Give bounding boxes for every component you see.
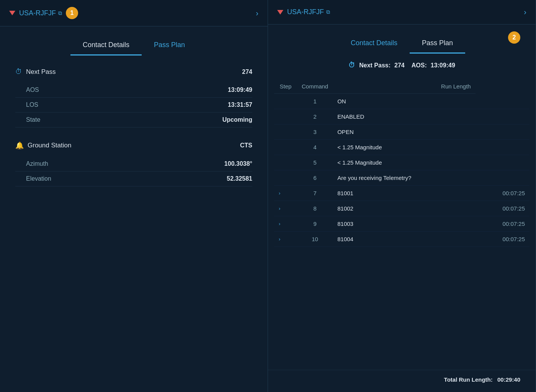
run-length — [476, 140, 529, 155]
los-label: LOS — [15, 101, 38, 108]
banner-aos-label: AOS: — [412, 62, 427, 69]
no-expand — [274, 155, 297, 170]
right-chevron-right[interactable]: › — [524, 8, 526, 16]
expand-icon[interactable]: › — [274, 216, 297, 232]
step-num: 6 — [297, 170, 333, 186]
total-run-value: 00:29:40 — [497, 376, 520, 383]
azimuth-label: Azimuth — [15, 160, 48, 167]
command: 81001 — [333, 186, 475, 201]
table-row: 2 ENABLED — [274, 109, 529, 124]
right-header-left: USA-RJFJF ⧉ — [277, 8, 330, 16]
command: ENABLED — [333, 109, 475, 124]
elevation-label: Elevation — [15, 175, 51, 182]
right-external-link-icon[interactable]: ⧉ — [326, 9, 330, 15]
run-length: 00:07:25 — [476, 216, 529, 232]
aos-row: AOS 13:09:49 — [15, 83, 252, 98]
right-badge: 2 — [508, 31, 520, 44]
table-row: 3 OPEN — [274, 124, 529, 140]
next-pass-section: ⏱ Next Pass 274 AOS 13:09:49 LOS 13:31:5… — [15, 68, 252, 127]
pass-panel-content: Step Command Run Length 1 ON 2 ENABLED 3… — [268, 80, 536, 370]
expand-icon[interactable]: › — [274, 201, 297, 216]
step-num: 2 — [297, 109, 333, 124]
right-tab-contact-details[interactable]: Contact Details — [338, 35, 410, 54]
step-num: 9 — [297, 216, 333, 232]
table-row: 1 ON — [274, 94, 529, 109]
banner-clock-icon: ⏱ — [348, 61, 355, 69]
right-satellite-name[interactable]: USA-RJFJF ⧉ — [287, 8, 330, 16]
state-row: State Upcoming — [15, 113, 252, 127]
pass-table: Step Command Run Length 1 ON 2 ENABLED 3… — [274, 80, 529, 247]
right-panel-header: USA-RJFJF ⧉ › — [268, 0, 536, 24]
command: ON — [333, 94, 475, 109]
pass-panel-footer: Total Run Length: 00:29:40 — [268, 370, 536, 392]
next-pass-header: ⏱ Next Pass 274 — [15, 68, 252, 76]
banner-next-pass-num: 274 — [394, 62, 405, 69]
next-pass-value: 274 — [242, 69, 252, 75]
step-num: 10 — [297, 232, 333, 247]
no-expand — [274, 94, 297, 109]
right-tab-pass-plan[interactable]: Pass Plan — [410, 35, 465, 54]
run-length — [476, 170, 529, 186]
command: 81004 — [333, 232, 475, 247]
left-tabs: Contact Details Pass Plan — [0, 26, 268, 56]
next-pass-label: Next Pass — [26, 68, 56, 76]
ground-station-section: 🔔 Ground Station CTS Azimuth 100.3038° E… — [15, 141, 252, 186]
azimuth-value: 100.3038° — [224, 160, 252, 167]
aos-label: AOS — [15, 87, 39, 93]
bell-icon: 🔔 — [15, 141, 24, 150]
command: < 1.25 Magnitude — [333, 155, 475, 170]
aos-value: 13:09:49 — [228, 87, 252, 93]
table-row[interactable]: › 7 81001 00:07:25 — [274, 186, 529, 201]
table-row[interactable]: › 9 81003 00:07:25 — [274, 216, 529, 232]
command: OPEN — [333, 124, 475, 140]
los-value: 13:31:57 — [228, 101, 252, 108]
left-satellite-name[interactable]: USA-RJFJF ⧉ — [19, 9, 62, 17]
run-length: 00:07:25 — [476, 232, 529, 247]
ground-station-value: CTS — [240, 142, 252, 149]
run-length — [476, 109, 529, 124]
table-row[interactable]: › 10 81004 00:07:25 — [274, 232, 529, 247]
ground-station-label: Ground Station — [28, 142, 71, 149]
command: 81003 — [333, 216, 475, 232]
left-tab-pass-plan[interactable]: Pass Plan — [142, 37, 197, 56]
step-num: 8 — [297, 201, 333, 216]
left-panel-content: ⏱ Next Pass 274 AOS 13:09:49 LOS 13:31:5… — [0, 56, 268, 392]
step-num: 7 — [297, 186, 333, 201]
state-value: Upcoming — [222, 116, 252, 123]
step-num: 1 — [297, 94, 333, 109]
step-num: 3 — [297, 124, 333, 140]
no-expand — [274, 109, 297, 124]
run-length: 00:07:25 — [476, 186, 529, 201]
command: Are you receiving Telemetry? — [333, 170, 475, 186]
expand-icon[interactable]: › — [274, 186, 297, 201]
ground-station-header: 🔔 Ground Station CTS — [15, 141, 252, 150]
triangle-icon — [9, 11, 15, 15]
left-tab-contact-details[interactable]: Contact Details — [70, 37, 142, 56]
run-length — [476, 94, 529, 109]
banner-next-pass-label: Next Pass: — [359, 62, 391, 69]
run-length — [476, 124, 529, 140]
step-num: 5 — [297, 155, 333, 170]
los-row: LOS 13:31:57 — [15, 98, 252, 113]
azimuth-row: Azimuth 100.3038° — [15, 157, 252, 172]
th-step: Step — [274, 80, 297, 94]
expand-icon[interactable]: › — [274, 232, 297, 247]
elevation-row: Elevation 52.32581 — [15, 172, 252, 186]
left-chevron-right[interactable]: › — [256, 9, 258, 18]
next-pass-banner: ⏱ Next Pass: 274 AOS: 13:09:49 — [268, 54, 536, 77]
right-panel: USA-RJFJF ⧉ › Contact Details Pass Plan … — [268, 0, 536, 392]
state-label: State — [15, 116, 40, 123]
banner-aos-value: 13:09:49 — [431, 62, 455, 69]
left-panel: USA-RJFJF ⧉ 1 › Contact Details Pass Pla… — [0, 0, 268, 392]
run-length — [476, 155, 529, 170]
table-row[interactable]: › 8 81002 00:07:25 — [274, 201, 529, 216]
external-link-icon[interactable]: ⧉ — [58, 10, 62, 16]
table-row: 6 Are you receiving Telemetry? — [274, 170, 529, 186]
right-triangle-icon — [277, 10, 283, 15]
no-expand — [274, 140, 297, 155]
left-badge: 1 — [66, 7, 78, 19]
clock-icon: ⏱ — [15, 68, 22, 76]
run-length: 00:07:25 — [476, 201, 529, 216]
left-panel-header: USA-RJFJF ⧉ 1 › — [0, 0, 268, 26]
table-row: 5 < 1.25 Magnitude — [274, 155, 529, 170]
